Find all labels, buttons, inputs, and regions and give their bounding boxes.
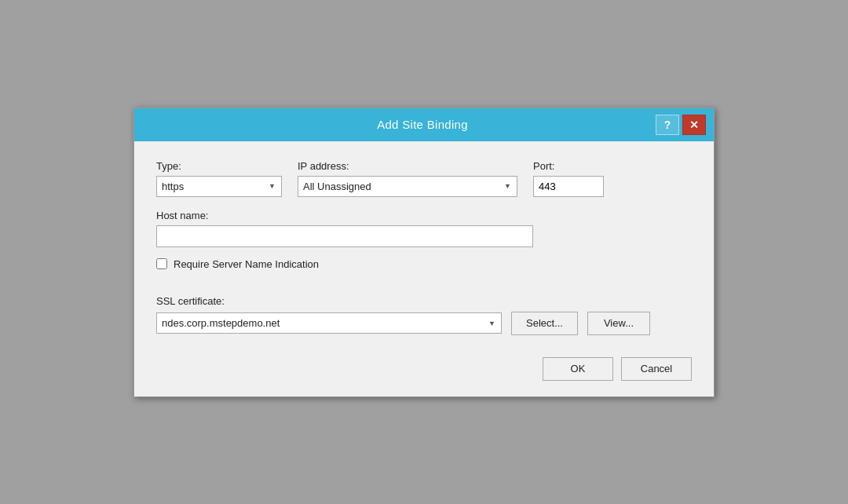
type-field-group: Type: https http ftp net.tcp [156, 160, 282, 197]
ssl-select-wrapper: ndes.corp.mstepdemo.net [156, 312, 502, 334]
cancel-button[interactable]: Cancel [621, 357, 692, 381]
port-label: Port: [533, 160, 604, 172]
bottom-row: OK Cancel [156, 354, 692, 381]
port-input[interactable] [533, 176, 604, 197]
add-site-binding-dialog: Add Site Binding ? ✕ Type: https http ft… [133, 108, 715, 397]
ip-select-wrapper: All Unassigned 127.0.0.1 [298, 176, 517, 197]
dialog-title: Add Site Binding [189, 118, 656, 131]
dialog-body: Type: https http ftp net.tcp IP address:… [134, 141, 714, 396]
ip-label: IP address: [298, 160, 517, 172]
hostname-field-group: Host name: [156, 210, 692, 247]
ok-button[interactable]: OK [543, 357, 613, 381]
type-ip-port-row: Type: https http ftp net.tcp IP address:… [156, 160, 692, 197]
help-button[interactable]: ? [656, 115, 679, 135]
title-buttons: ? ✕ [656, 115, 706, 135]
ip-select[interactable]: All Unassigned 127.0.0.1 [298, 176, 517, 197]
close-button[interactable]: ✕ [682, 115, 706, 135]
type-select-wrapper: https http ftp net.tcp [156, 176, 282, 197]
view-button[interactable]: View... [587, 312, 650, 335]
ip-field-group: IP address: All Unassigned 127.0.0.1 [298, 160, 517, 197]
port-field-group: Port: [533, 160, 604, 197]
type-label: Type: [156, 160, 282, 172]
ssl-label: SSL certificate: [156, 295, 225, 307]
spacer [156, 289, 692, 295]
sni-row: Require Server Name Indication [156, 258, 692, 270]
select-button[interactable]: Select... [511, 312, 578, 335]
type-select[interactable]: https http ftp net.tcp [156, 176, 282, 197]
title-bar: Add Site Binding ? ✕ [134, 108, 714, 141]
ssl-label-group: SSL certificate: [156, 295, 692, 307]
sni-checkbox[interactable] [156, 258, 167, 269]
hostname-input[interactable] [156, 225, 533, 247]
ssl-select[interactable]: ndes.corp.mstepdemo.net [156, 312, 502, 334]
sni-label[interactable]: Require Server Name Indication [174, 258, 319, 270]
ssl-row: ndes.corp.mstepdemo.net Select... View..… [156, 312, 692, 335]
hostname-label: Host name: [156, 210, 692, 221]
